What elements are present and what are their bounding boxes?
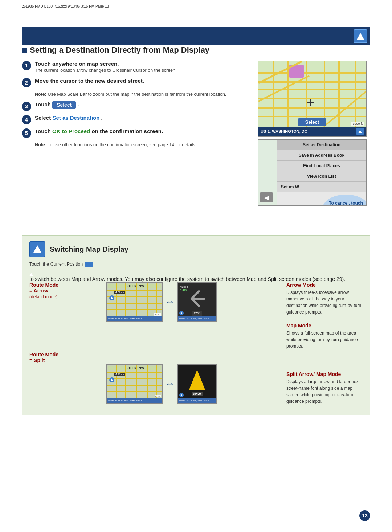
t-split-road-6 [116, 365, 117, 398]
t-split-road-3 [107, 385, 162, 386]
step-5-main: Touch OK to Proceed on the confirmation … [35, 128, 250, 134]
road-h6 [258, 116, 366, 117]
note-1-label: Note: [35, 92, 46, 97]
road-h1 [258, 72, 366, 74]
split-big-arrow-icon [189, 370, 205, 390]
step-2: 2 Move the cursor to the new desired str… [22, 78, 250, 87]
modes-left: Route Mode= Arrow(default mode) Route Mo… [29, 282, 102, 409]
t-road-8 [136, 283, 137, 316]
step-3-circle: 3 [22, 102, 31, 111]
cancel-bubble-text: To cancel, touch Previous Screen icon. [322, 195, 367, 206]
step-5-highlight: OK to Proceed [52, 128, 90, 134]
arrow-mode-content: 375ft 4:22pm 4.5m [178, 283, 216, 321]
step-4-main: Select Set as Destination . [35, 115, 250, 121]
map-screenshot-1: Select 1000 ft US-1, WASHINGTON, DC [258, 61, 367, 137]
svg-line-2 [324, 90, 367, 127]
step-5-suffix: on the confirmation screen. [91, 128, 163, 134]
t-road-2 [107, 296, 162, 297]
turn-arrow-svg [188, 288, 206, 310]
arrow-bottom-text: MADISON PL NW, WASHINGT [179, 318, 209, 320]
t-road-7 [125, 283, 126, 316]
step-1-content: Touch anywhere on map screen. The curren… [35, 61, 250, 74]
t-split-road-10 [156, 365, 157, 398]
switching-header: Switching Map Display [29, 241, 363, 257]
steps-column: 1 Touch anywhere on map screen. The curr… [22, 61, 250, 206]
map-nav-icon [356, 128, 364, 135]
pos-icon-triangle [29, 273, 33, 276]
t-split-road-7 [125, 365, 126, 398]
step-4-highlight: Set as Destination [52, 115, 99, 121]
time-badge-1: 4:22pm [114, 291, 125, 294]
step-4-prefix: Select [35, 115, 52, 121]
route-split-label-text: Route Mode= Split [29, 352, 102, 363]
road-h4 [258, 98, 366, 99]
border-right [377, 20, 377, 512]
back-button[interactable]: ◀ [260, 192, 273, 202]
split-time: 4:22pm [114, 373, 125, 376]
border-top [15, 20, 377, 20]
road-h5 [258, 107, 366, 109]
thumb-bottom-bar-1: MADISON PL NW, WASHINGT [107, 316, 162, 321]
note-1-text: Use Map Scale Bar to zoom out the map if… [48, 92, 226, 97]
map-screenshot-2: ◀ Set as Destination Save in Address Boo… [258, 139, 367, 206]
switching-section: Switching Map Display Touch the Current … [22, 235, 370, 415]
switching-desc-middle: to switch between Map and Arrow modes. Y… [29, 276, 345, 282]
road-v4 [324, 61, 325, 127]
note-1: Note: Use Map Scale Bar to zoom out the … [35, 91, 250, 98]
split-arrow-right-thumbnail: 325ft MADISON PL NW, WASHINGT [177, 364, 217, 404]
arrow-mode-desc: Displays three-successive arrow maneuver… [286, 289, 363, 315]
nav-tri-3 [110, 378, 113, 381]
step-5-prefix: Touch [35, 128, 52, 134]
t-split-road-2 [107, 378, 162, 379]
t-split-road-9 [147, 365, 148, 398]
t-split-road-4 [107, 391, 162, 392]
split-bottom-text: MADISON PL NW, WASHINGT [108, 399, 161, 402]
nav-circle-2 [179, 311, 184, 315]
step-1-sub: The current location arrow changes to Cr… [35, 67, 250, 74]
thumb-row-bottom: 15TH ST NW 4.5st 4:2 [106, 364, 282, 404]
double-arrow-top: ↔ [165, 296, 175, 308]
section-title: Setting a Destination Directly from Map … [22, 45, 370, 55]
menu-item-local-places[interactable]: Find Local Places [277, 161, 366, 171]
road-v6 [355, 61, 356, 127]
map-scale: 1000 ft [351, 122, 364, 126]
main-content: Setting a Destination Directly from Map … [22, 45, 370, 510]
nav-circle-4 [179, 393, 184, 397]
menu-item-destination[interactable]: Set as Destination [277, 140, 366, 150]
thumb-row-top: 15TH ST NW MADISON PL NW, WASH [106, 282, 282, 322]
map2-left-panel: ◀ [258, 140, 277, 205]
cancel-callout: To cancel, touch Previous Screen icon. [322, 195, 367, 206]
arrow-thumb-info: 375ft [192, 311, 202, 316]
step-5-content: Touch OK to Proceed on the confirmation … [35, 128, 250, 135]
step-5-circle: 5 [22, 128, 31, 138]
landmark-block [289, 65, 304, 78]
t-road-6 [116, 283, 117, 316]
step-3-content: Touch Select . [35, 101, 250, 109]
thumb-bottom-text-1: MADISON PL NW, WASHINGT [108, 317, 161, 320]
note-2: Note: To use other functions on the conf… [35, 142, 250, 148]
split-right-content: 325ft MADISON PL NW, WASHINGT [178, 365, 216, 403]
map-select-bar[interactable]: Select [298, 118, 326, 126]
arrow-mode-section: Arrow Mode Displays three-successive arr… [286, 282, 363, 315]
split-right-bottom-bar: MADISON PL NW, WASHINGT [178, 398, 216, 403]
step-2-main: Move the cursor to the new desired stree… [35, 78, 250, 84]
t-road-3 [107, 303, 162, 304]
arrow-time-text: 4:22pm [180, 286, 188, 288]
nav-tri-4 [180, 394, 183, 396]
modes-container: Route Mode= Arrow(default mode) Route Mo… [29, 282, 363, 409]
modes-center: 15TH ST NW MADISON PL NW, WASH [106, 282, 282, 409]
menu-item-address-book[interactable]: Save in Address Book [277, 150, 366, 161]
road-v1 [273, 61, 274, 127]
select-button-display: Select [52, 101, 76, 109]
page-number: 13 [359, 510, 370, 521]
menu-item-icon-list[interactable]: View Icon List [277, 171, 366, 182]
route-mode-split-label: Route Mode= Split [29, 352, 102, 365]
step-3-main: Touch Select . [35, 101, 250, 109]
modes-right: Arrow Mode Displays three-successive arr… [286, 282, 363, 409]
maps-column: Select 1000 ft US-1, WASHINGTON, DC ◀ [258, 61, 370, 206]
menu-item-set-waypoint[interactable]: Set as W... [277, 182, 366, 192]
arrow-mode-thumbnail: 375ft 4:22pm 4.5m [177, 282, 217, 322]
switching-title: Switching Map Display [50, 245, 128, 254]
back-arrow-icon: ◀ [264, 194, 269, 201]
map-mode-section: Map Mode Shows a full-screen map of the … [286, 323, 363, 349]
